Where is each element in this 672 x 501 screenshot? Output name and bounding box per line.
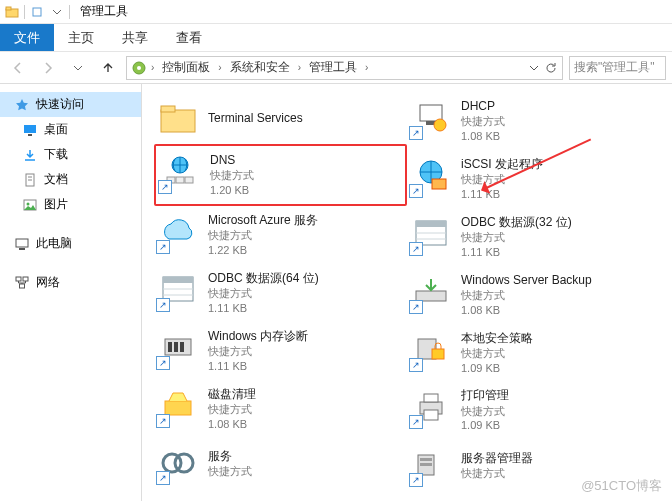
item-odbc32[interactable]: ↗ ODBC 数据源(32 位)快捷方式1.11 KB	[407, 208, 660, 266]
sidebar-pictures[interactable]: 图片	[0, 192, 141, 217]
item-memdiag[interactable]: ↗ Windows 内存诊断快捷方式1.11 KB	[154, 322, 407, 380]
svg-rect-47	[424, 394, 438, 402]
item-size: 1.11 KB	[208, 301, 319, 316]
svg-rect-1	[6, 7, 11, 10]
svg-rect-30	[180, 342, 184, 352]
qat-dropdown-icon[interactable]	[49, 4, 65, 20]
svg-rect-12	[16, 239, 28, 247]
svg-point-4	[137, 66, 141, 70]
item-name: 服务	[208, 448, 252, 464]
svg-rect-17	[161, 110, 195, 132]
svg-rect-22	[185, 177, 193, 183]
item-diskclean[interactable]: ↗ 磁盘清理快捷方式1.08 KB	[154, 380, 407, 438]
svg-point-36	[434, 119, 446, 131]
item-type: 快捷方式	[208, 286, 319, 301]
secpol-icon: ↗	[411, 330, 451, 370]
item-terminal-services[interactable]: Terminal Services	[154, 92, 407, 144]
chevron-icon[interactable]: ›	[149, 62, 156, 73]
item-wsbackup[interactable]: ↗ Windows Server Backup快捷方式1.08 KB	[407, 266, 660, 324]
desktop-icon	[22, 122, 38, 138]
sidebar-this-pc[interactable]: 此电脑	[0, 231, 141, 256]
pc-icon	[14, 236, 30, 252]
item-name: Windows Server Backup	[461, 272, 592, 288]
shortcut-overlay-icon: ↗	[158, 180, 172, 194]
app-icon	[131, 60, 147, 76]
item-size: 1.09 KB	[461, 418, 509, 433]
address-bar-row: › 控制面板 › 系统和安全 › 管理工具 › 搜索"管理工具"	[0, 52, 672, 84]
qat-item-icon[interactable]	[29, 4, 45, 20]
shortcut-overlay-icon: ↗	[409, 300, 423, 314]
sidebar-label: 桌面	[44, 121, 68, 138]
chevron-icon[interactable]: ›	[363, 62, 370, 73]
odbc-icon: ↗	[158, 270, 198, 310]
ribbon: 文件 主页 共享 查看	[0, 24, 672, 52]
item-type: 快捷方式	[461, 466, 533, 481]
crumb-system-security[interactable]: 系统和安全	[226, 59, 294, 76]
chevron-icon[interactable]: ›	[216, 62, 223, 73]
back-button	[6, 56, 30, 80]
crumb-control-panel[interactable]: 控制面板	[158, 59, 214, 76]
item-dhcp[interactable]: ↗ DHCP快捷方式1.08 KB	[407, 92, 660, 150]
sidebar-downloads[interactable]: 下载	[0, 142, 141, 167]
shortcut-overlay-icon: ↗	[409, 242, 423, 256]
titlebar: 管理工具	[0, 0, 672, 24]
item-secpol[interactable]: ↗ 本地安全策略快捷方式1.09 KB	[407, 324, 660, 382]
svg-rect-13	[19, 248, 25, 250]
shortcut-overlay-icon: ↗	[156, 240, 170, 254]
item-name: iSCSI 发起程序	[461, 156, 543, 172]
search-input[interactable]: 搜索"管理工具"	[569, 56, 666, 80]
tab-file[interactable]: 文件	[0, 24, 54, 51]
svg-rect-18	[161, 106, 175, 112]
shortcut-overlay-icon: ↗	[409, 473, 423, 487]
document-icon	[22, 172, 38, 188]
item-name: DHCP	[461, 98, 505, 114]
forward-button	[36, 56, 60, 80]
server-icon: ↗	[411, 445, 451, 485]
network-icon	[14, 275, 30, 291]
item-odbc64[interactable]: ↗ ODBC 数据源(64 位)快捷方式1.11 KB	[154, 264, 407, 322]
item-azure[interactable]: ↗ Microsoft Azure 服务快捷方式1.22 KB	[154, 206, 407, 264]
sidebar-desktop[interactable]: 桌面	[0, 117, 141, 142]
diskclean-icon: ↗	[158, 386, 198, 426]
recent-button[interactable]	[66, 56, 90, 80]
item-services[interactable]: ↗ 服务快捷方式	[154, 437, 407, 489]
iscsi-icon: ↗	[411, 156, 451, 196]
shortcut-overlay-icon: ↗	[156, 356, 170, 370]
svg-rect-51	[420, 463, 432, 466]
sidebar-network[interactable]: 网络	[0, 270, 141, 295]
address-bar[interactable]: › 控制面板 › 系统和安全 › 管理工具 ›	[126, 56, 563, 80]
chevron-icon[interactable]: ›	[296, 62, 303, 73]
tab-share[interactable]: 共享	[108, 24, 162, 51]
item-print[interactable]: ↗ 打印管理快捷方式1.09 KB	[407, 381, 660, 439]
dns-icon: ↗	[160, 152, 200, 192]
shortcut-overlay-icon: ↗	[409, 358, 423, 372]
svg-rect-48	[424, 410, 438, 420]
memory-icon: ↗	[158, 328, 198, 368]
sidebar-label: 图片	[44, 196, 68, 213]
shortcut-overlay-icon: ↗	[409, 126, 423, 140]
item-name: 打印管理	[461, 387, 509, 403]
services-icon: ↗	[158, 443, 198, 483]
shortcut-overlay-icon: ↗	[409, 184, 423, 198]
shortcut-overlay-icon: ↗	[156, 471, 170, 485]
up-button[interactable]	[96, 56, 120, 80]
sidebar-label: 下载	[44, 146, 68, 163]
sidebar-label: 文档	[44, 171, 68, 188]
download-icon	[22, 147, 38, 163]
tab-view[interactable]: 查看	[162, 24, 216, 51]
item-type: 快捷方式	[461, 230, 572, 245]
item-size: 1.11 KB	[208, 359, 308, 374]
crumb-admin-tools[interactable]: 管理工具	[305, 59, 361, 76]
tab-home[interactable]: 主页	[54, 24, 108, 51]
svg-point-33	[175, 454, 193, 472]
dropdown-icon[interactable]	[528, 62, 540, 74]
star-icon	[14, 97, 30, 113]
odbc-icon: ↗	[411, 214, 451, 254]
item-type: 快捷方式	[210, 168, 254, 183]
item-iscsi[interactable]: ↗ iSCSI 发起程序快捷方式1.11 KB	[407, 150, 660, 208]
item-dns[interactable]: ↗ DNS快捷方式1.20 KB	[154, 144, 407, 206]
refresh-icon[interactable]	[544, 61, 558, 75]
item-size: 1.08 KB	[208, 417, 256, 432]
sidebar-quick-access[interactable]: 快速访问	[0, 92, 141, 117]
sidebar-documents[interactable]: 文档	[0, 167, 141, 192]
